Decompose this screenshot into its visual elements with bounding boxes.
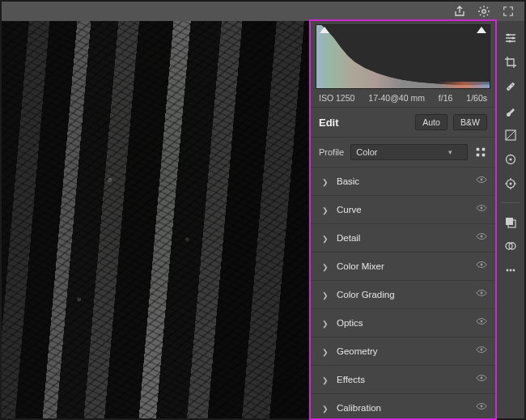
- chevron-right-icon: ❯: [322, 263, 329, 271]
- exif-aperture: f/16: [439, 93, 453, 103]
- snapshots-icon[interactable]: [503, 214, 518, 229]
- svg-point-31: [512, 269, 515, 272]
- eye-icon[interactable]: [476, 374, 487, 385]
- section-label: Detail: [337, 233, 360, 243]
- svg-point-22: [509, 158, 511, 160]
- section-geometry[interactable]: ❯Geometry: [311, 337, 495, 366]
- gear-icon[interactable]: [477, 5, 490, 18]
- section-label: Curve: [337, 205, 362, 214]
- chevron-right-icon: ❯: [322, 405, 329, 413]
- eye-icon[interactable]: [476, 289, 487, 300]
- section-color-mixer[interactable]: ❯Color Mixer: [311, 252, 495, 281]
- section-calibration[interactable]: ❯Calibration: [311, 394, 495, 418]
- eye-icon[interactable]: [476, 317, 487, 329]
- section-detail[interactable]: ❯Detail: [311, 224, 495, 252]
- eye-icon[interactable]: [476, 402, 487, 414]
- svg-rect-2: [482, 148, 486, 151]
- histogram[interactable]: [316, 24, 490, 89]
- exif-iso: ISO 1250: [319, 93, 354, 103]
- profile-row: Profile Color ▾: [311, 138, 495, 168]
- chevron-right-icon: ❯: [322, 348, 329, 356]
- section-optics[interactable]: ❯Optics: [311, 309, 495, 337]
- eye-icon[interactable]: [476, 176, 487, 187]
- section-label: Geometry: [337, 346, 378, 356]
- rail-separator: [501, 202, 520, 203]
- svg-point-9: [481, 292, 483, 295]
- brush-icon[interactable]: [503, 104, 518, 118]
- exif-shutter: 1/60s: [466, 93, 487, 103]
- chevron-right-icon: ❯: [322, 235, 329, 243]
- profile-value: Color: [356, 147, 377, 157]
- svg-rect-3: [477, 154, 480, 157]
- section-label: Color Mixer: [337, 261, 384, 271]
- tool-rail: [495, 21, 524, 418]
- chevron-right-icon: ❯: [322, 376, 329, 384]
- eye-icon[interactable]: [476, 346, 487, 357]
- linear-gradient-icon[interactable]: [503, 128, 518, 142]
- svg-point-0: [482, 10, 486, 13]
- eye-icon[interactable]: [476, 232, 487, 244]
- auto-button[interactable]: Auto: [415, 114, 448, 130]
- chevron-right-icon: ❯: [322, 178, 329, 186]
- section-color-grading[interactable]: ❯Color Grading: [311, 281, 495, 309]
- expand-icon[interactable]: [502, 5, 515, 18]
- image-canvas[interactable]: [2, 21, 311, 418]
- svg-rect-4: [482, 154, 486, 157]
- svg-point-11: [481, 349, 483, 351]
- app-topbar: [2, 2, 524, 21]
- svg-point-13: [481, 405, 483, 408]
- radial-gradient-icon[interactable]: [503, 152, 518, 167]
- chevron-right-icon: ❯: [322, 206, 329, 214]
- more-icon[interactable]: [503, 263, 518, 278]
- section-label: Calibration: [337, 403, 381, 413]
- edit-header-row: Edit Auto B&W: [311, 108, 495, 138]
- section-curve[interactable]: ❯Curve: [311, 196, 495, 224]
- healing-icon[interactable]: [503, 79, 518, 94]
- crop-icon[interactable]: [503, 55, 518, 70]
- edit-title: Edit: [319, 117, 339, 129]
- chevron-right-icon: ❯: [322, 320, 329, 328]
- eye-icon[interactable]: [476, 261, 487, 272]
- sliders-icon[interactable]: [503, 31, 518, 45]
- section-label: Basic: [337, 176, 359, 186]
- exif-row: ISO 1250 17-40@40 mm f/16 1/60s: [311, 89, 495, 108]
- svg-point-18: [508, 87, 510, 89]
- svg-rect-1: [477, 148, 480, 151]
- shadow-clip-indicator[interactable]: [320, 27, 329, 33]
- exif-focal: 17-40@40 mm: [368, 93, 425, 103]
- presets-icon[interactable]: [503, 239, 518, 253]
- main-area: ISO 1250 17-40@40 mm f/16 1/60s Edit Aut…: [2, 21, 524, 418]
- svg-point-15: [511, 36, 514, 39]
- section-basic[interactable]: ❯Basic: [311, 168, 495, 196]
- svg-point-5: [481, 179, 483, 181]
- histogram-block: ISO 1250 17-40@40 mm f/16 1/60s: [311, 21, 495, 108]
- svg-point-24: [509, 183, 511, 185]
- section-label: Color Grading: [337, 290, 395, 299]
- svg-point-14: [507, 33, 509, 36]
- svg-point-19: [511, 84, 513, 86]
- svg-point-7: [481, 235, 483, 238]
- svg-rect-17: [506, 82, 515, 91]
- svg-point-6: [481, 207, 483, 210]
- svg-point-16: [508, 40, 511, 42]
- chevron-down-icon: ▾: [448, 148, 452, 156]
- svg-point-10: [481, 320, 483, 323]
- profile-select[interactable]: Color ▾: [350, 144, 468, 160]
- highlight-clip-indicator[interactable]: [477, 27, 486, 33]
- profile-label: Profile: [319, 147, 344, 157]
- sections-list: ❯Basic ❯Curve ❯Detail ❯Color Mixer ❯Colo…: [311, 168, 495, 418]
- eye-icon[interactable]: [476, 204, 487, 215]
- edit-panel: ISO 1250 17-40@40 mm f/16 1/60s Edit Aut…: [311, 21, 495, 418]
- section-label: Effects: [337, 375, 365, 384]
- bw-button[interactable]: B&W: [453, 114, 487, 130]
- redeye-icon[interactable]: [503, 176, 518, 191]
- chevron-right-icon: ❯: [322, 291, 329, 299]
- svg-rect-25: [506, 218, 513, 225]
- section-effects[interactable]: ❯Effects: [311, 366, 495, 394]
- app-window: ISO 1250 17-40@40 mm f/16 1/60s Edit Aut…: [0, 0, 526, 420]
- section-label: Optics: [337, 318, 363, 328]
- share-icon[interactable]: [453, 5, 466, 18]
- svg-point-30: [509, 269, 511, 272]
- profile-browser-icon[interactable]: [474, 146, 487, 159]
- svg-point-8: [481, 264, 483, 266]
